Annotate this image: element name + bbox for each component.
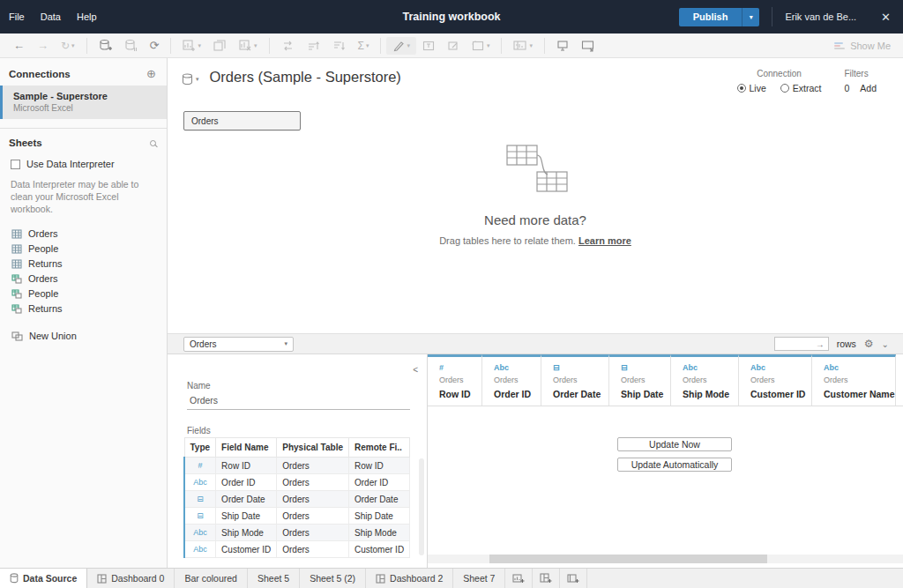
show-me-button[interactable]: Show Me — [834, 41, 903, 51]
user-account[interactable]: Erik van de Be... — [785, 11, 856, 22]
datasource-title[interactable]: Orders (Sample - Superstore) — [210, 69, 401, 86]
col-header-type[interactable]: Type — [184, 438, 216, 458]
tab-data-source[interactable]: Data Source — [0, 569, 87, 588]
publish-button[interactable]: Publish — [679, 8, 743, 26]
new-worksheet-button[interactable]: ▾ — [176, 37, 207, 55]
connection-name: Sample - Superstore — [13, 91, 158, 101]
preview-column-customer-name[interactable]: Abc Orders Customer Name — [812, 354, 896, 406]
menu-file[interactable]: File — [9, 11, 25, 22]
named-range-item-returns[interactable]: Returns — [0, 301, 167, 316]
table-row[interactable]: ⊟ Order DateOrdersOrder Date — [184, 491, 410, 508]
preview-column-order-date[interactable]: ⊟ Orders Order Date — [541, 354, 609, 406]
data-preview-panel: # Orders Row ID Abc Orders Order ID ⊟ Or… — [428, 354, 903, 568]
connection-item[interactable]: Sample - Superstore Microsoft Excel — [0, 86, 167, 119]
presentation-mode-button[interactable] — [575, 37, 601, 55]
date-type-icon: ⊟ — [553, 363, 608, 372]
preview-column-ship-date[interactable]: ⊟ Orders Ship Date — [609, 354, 671, 406]
gear-icon[interactable]: ⚙ — [864, 338, 874, 350]
update-now-button[interactable]: Update Now — [617, 437, 732, 451]
connections-header: Connections — [9, 69, 71, 79]
new-dashboard-tab-button[interactable] — [533, 569, 560, 588]
col-header-field-name[interactable]: Field Name — [216, 438, 277, 458]
new-union-item[interactable]: New Union — [0, 329, 167, 344]
tab-dashboard-0[interactable]: Dashboard 0 — [87, 569, 175, 588]
search-icon[interactable] — [150, 140, 156, 146]
replay-button[interactable]: ↻▾ — [55, 37, 81, 55]
refresh-datasource-button[interactable]: ⟳ — [144, 36, 166, 55]
tab-sheet-7[interactable]: Sheet 7 — [453, 569, 505, 588]
table-row[interactable]: # Row IDOrdersRow ID — [184, 458, 410, 474]
dashboard-icon — [97, 574, 107, 584]
clear-sheet-button[interactable]: ▾ — [233, 37, 264, 55]
table-select-dropdown[interactable]: Orders ▾ — [183, 337, 294, 352]
highlight-button[interactable]: ▾ — [386, 37, 416, 55]
named-range-item-orders[interactable]: Orders — [0, 272, 167, 287]
text-label-button[interactable] — [416, 37, 441, 55]
preview-column-row-id[interactable]: # Orders Row ID — [428, 354, 482, 406]
table-row[interactable]: Abc Order IDOrdersOrder ID — [184, 474, 410, 491]
sort-ascending-button[interactable] — [301, 37, 326, 55]
datasource-icon[interactable] — [182, 73, 193, 86]
filters-add-link[interactable]: Add — [860, 83, 877, 93]
duplicate-sheet-button[interactable] — [207, 37, 233, 55]
table-name-field[interactable]: Orders — [187, 393, 410, 410]
tab-dashboard-2[interactable]: Dashboard 2 — [366, 569, 453, 588]
tab-bar-coloured[interactable]: Bar coloured — [175, 569, 248, 588]
tab-sheet-5[interactable]: Sheet 5 — [248, 569, 300, 588]
chevron-down-icon[interactable]: ⌄ — [882, 339, 889, 349]
field-type-icon: Abc — [184, 474, 216, 491]
table-row[interactable]: Abc Ship ModeOrdersShip Mode — [184, 525, 410, 541]
col-header-remote[interactable]: Remote Fi.. — [348, 438, 409, 458]
live-radio-icon — [737, 84, 746, 93]
collapse-panel-icon[interactable]: < — [413, 365, 418, 375]
preview-hscroll-thumb[interactable] — [489, 555, 767, 563]
rows-limit-input[interactable]: → — [774, 337, 829, 351]
preview-column-order-id[interactable]: Abc Orders Order ID — [482, 354, 541, 406]
toolbar-separator — [380, 38, 381, 54]
preview-column-ship-mode[interactable]: Abc Orders Ship Mode — [671, 354, 739, 406]
sheet-item-returns[interactable]: Returns — [0, 257, 167, 272]
new-worksheet-tab-button[interactable] — [505, 569, 533, 588]
preview-column-customer-id[interactable]: Abc Orders Customer ID — [739, 354, 812, 406]
tab-sheet-5-2[interactable]: Sheet 5 (2) — [300, 569, 366, 588]
datasource-tab-icon — [10, 573, 19, 584]
update-automatically-button[interactable]: Update Automatically — [617, 458, 732, 472]
totals-button[interactable]: Σ▾ — [352, 37, 376, 55]
fit-selector-button[interactable]: ▾ — [466, 37, 496, 55]
orders-table-chip[interactable]: Orders — [183, 111, 301, 130]
data-interpreter-checkbox[interactable] — [11, 160, 20, 169]
named-range-item-people[interactable]: People — [0, 287, 167, 301]
col-header-physical-table[interactable]: Physical Table — [277, 438, 349, 458]
pause-updates-button[interactable] — [118, 36, 144, 55]
table-icon — [11, 244, 22, 254]
sheet-item-orders[interactable]: Orders — [0, 227, 167, 242]
new-story-tab-button[interactable] — [560, 569, 587, 588]
live-radio[interactable]: Live — [737, 83, 766, 93]
fields-scrollbar[interactable] — [419, 458, 424, 555]
table-row[interactable]: Abc Customer IDOrdersCustomer ID — [184, 541, 410, 558]
sort-descending-button[interactable] — [326, 37, 352, 55]
datasource-caret-icon[interactable]: ▾ — [196, 76, 199, 83]
close-icon[interactable]: ✕ — [876, 9, 896, 26]
toolbar: ← → ↻▾ ⟳ ▾ ▾ Σ▾ ▾ ▾ ▾ — [0, 33, 903, 58]
use-data-interpreter[interactable]: Use Data Interpreter — [0, 153, 167, 171]
undo-button[interactable]: ← — [7, 36, 31, 55]
menu-help[interactable]: Help — [77, 11, 97, 22]
publish-dropdown-button[interactable]: ▾ — [742, 8, 759, 26]
preview-hscroll-track[interactable] — [428, 555, 903, 563]
field-type-icon: Abc — [184, 525, 216, 541]
swap-rows-columns-button[interactable] — [275, 37, 301, 55]
sheet-item-people[interactable]: People — [0, 242, 167, 257]
redo-button[interactable]: → — [31, 36, 55, 55]
relate-tables-dropzone[interactable]: Need more data? Drag tables here to rela… — [168, 142, 903, 246]
table-row[interactable]: ⊟ Ship DateOrdersShip Date — [184, 508, 410, 525]
extract-radio[interactable]: Extract — [780, 83, 822, 93]
add-connection-icon[interactable]: ⊕ — [146, 67, 156, 80]
new-datasource-button[interactable] — [93, 36, 118, 55]
share-button[interactable] — [550, 37, 575, 55]
date-type-icon: ⊟ — [621, 363, 670, 372]
annotate-button[interactable] — [441, 37, 466, 55]
learn-more-link[interactable]: Learn more — [578, 235, 631, 246]
menu-data[interactable]: Data — [41, 11, 61, 22]
show-mark-labels-button[interactable]: ▾ — [507, 37, 539, 55]
